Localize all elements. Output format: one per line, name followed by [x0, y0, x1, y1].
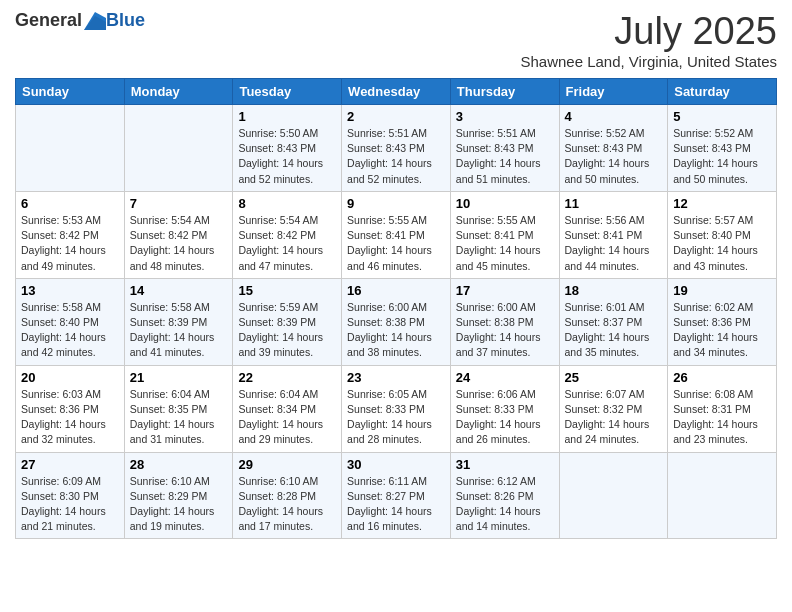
calendar-day-cell: 20Sunrise: 6:03 AMSunset: 8:36 PMDayligh… [16, 365, 125, 452]
day-number: 20 [21, 370, 119, 385]
day-number: 12 [673, 196, 771, 211]
calendar-day-cell: 10Sunrise: 5:55 AMSunset: 8:41 PMDayligh… [450, 191, 559, 278]
day-info: Sunrise: 6:06 AMSunset: 8:33 PMDaylight:… [456, 387, 554, 448]
calendar-day-cell: 19Sunrise: 6:02 AMSunset: 8:36 PMDayligh… [668, 278, 777, 365]
calendar-day-cell: 5Sunrise: 5:52 AMSunset: 8:43 PMDaylight… [668, 105, 777, 192]
day-info: Sunrise: 6:08 AMSunset: 8:31 PMDaylight:… [673, 387, 771, 448]
day-number: 21 [130, 370, 228, 385]
calendar-table: SundayMondayTuesdayWednesdayThursdayFrid… [15, 78, 777, 539]
calendar-week-row: 27Sunrise: 6:09 AMSunset: 8:30 PMDayligh… [16, 452, 777, 539]
day-of-week-header: Monday [124, 79, 233, 105]
calendar-header-row: SundayMondayTuesdayWednesdayThursdayFrid… [16, 79, 777, 105]
day-info: Sunrise: 5:55 AMSunset: 8:41 PMDaylight:… [456, 213, 554, 274]
calendar-day-cell: 23Sunrise: 6:05 AMSunset: 8:33 PMDayligh… [342, 365, 451, 452]
calendar-day-cell: 21Sunrise: 6:04 AMSunset: 8:35 PMDayligh… [124, 365, 233, 452]
day-info: Sunrise: 5:58 AMSunset: 8:40 PMDaylight:… [21, 300, 119, 361]
calendar-day-cell: 16Sunrise: 6:00 AMSunset: 8:38 PMDayligh… [342, 278, 451, 365]
day-number: 5 [673, 109, 771, 124]
day-info: Sunrise: 6:09 AMSunset: 8:30 PMDaylight:… [21, 474, 119, 535]
calendar-week-row: 6Sunrise: 5:53 AMSunset: 8:42 PMDaylight… [16, 191, 777, 278]
day-info: Sunrise: 6:10 AMSunset: 8:29 PMDaylight:… [130, 474, 228, 535]
calendar-day-cell: 29Sunrise: 6:10 AMSunset: 8:28 PMDayligh… [233, 452, 342, 539]
calendar-day-cell [668, 452, 777, 539]
day-number: 7 [130, 196, 228, 211]
day-number: 15 [238, 283, 336, 298]
calendar-day-cell: 13Sunrise: 5:58 AMSunset: 8:40 PMDayligh… [16, 278, 125, 365]
calendar-week-row: 1Sunrise: 5:50 AMSunset: 8:43 PMDaylight… [16, 105, 777, 192]
calendar-day-cell: 9Sunrise: 5:55 AMSunset: 8:41 PMDaylight… [342, 191, 451, 278]
day-info: Sunrise: 6:00 AMSunset: 8:38 PMDaylight:… [456, 300, 554, 361]
calendar-week-row: 20Sunrise: 6:03 AMSunset: 8:36 PMDayligh… [16, 365, 777, 452]
day-info: Sunrise: 6:07 AMSunset: 8:32 PMDaylight:… [565, 387, 663, 448]
calendar-day-cell: 4Sunrise: 5:52 AMSunset: 8:43 PMDaylight… [559, 105, 668, 192]
calendar-day-cell: 25Sunrise: 6:07 AMSunset: 8:32 PMDayligh… [559, 365, 668, 452]
day-number: 13 [21, 283, 119, 298]
day-number: 26 [673, 370, 771, 385]
day-info: Sunrise: 5:51 AMSunset: 8:43 PMDaylight:… [347, 126, 445, 187]
day-of-week-header: Tuesday [233, 79, 342, 105]
day-info: Sunrise: 6:11 AMSunset: 8:27 PMDaylight:… [347, 474, 445, 535]
calendar-day-cell: 8Sunrise: 5:54 AMSunset: 8:42 PMDaylight… [233, 191, 342, 278]
day-info: Sunrise: 5:52 AMSunset: 8:43 PMDaylight:… [565, 126, 663, 187]
day-info: Sunrise: 5:55 AMSunset: 8:41 PMDaylight:… [347, 213, 445, 274]
calendar-day-cell: 6Sunrise: 5:53 AMSunset: 8:42 PMDaylight… [16, 191, 125, 278]
calendar-day-cell: 22Sunrise: 6:04 AMSunset: 8:34 PMDayligh… [233, 365, 342, 452]
logo-icon [84, 12, 106, 30]
calendar-day-cell [16, 105, 125, 192]
day-of-week-header: Friday [559, 79, 668, 105]
day-info: Sunrise: 6:04 AMSunset: 8:35 PMDaylight:… [130, 387, 228, 448]
day-info: Sunrise: 6:12 AMSunset: 8:26 PMDaylight:… [456, 474, 554, 535]
day-info: Sunrise: 5:59 AMSunset: 8:39 PMDaylight:… [238, 300, 336, 361]
logo-general-text: General [15, 10, 82, 31]
day-info: Sunrise: 5:57 AMSunset: 8:40 PMDaylight:… [673, 213, 771, 274]
month-title: July 2025 [520, 10, 777, 53]
calendar-day-cell: 14Sunrise: 5:58 AMSunset: 8:39 PMDayligh… [124, 278, 233, 365]
day-of-week-header: Thursday [450, 79, 559, 105]
calendar-day-cell: 15Sunrise: 5:59 AMSunset: 8:39 PMDayligh… [233, 278, 342, 365]
day-of-week-header: Saturday [668, 79, 777, 105]
day-number: 25 [565, 370, 663, 385]
calendar-day-cell: 11Sunrise: 5:56 AMSunset: 8:41 PMDayligh… [559, 191, 668, 278]
location-subtitle: Shawnee Land, Virginia, United States [520, 53, 777, 70]
day-info: Sunrise: 5:51 AMSunset: 8:43 PMDaylight:… [456, 126, 554, 187]
day-info: Sunrise: 5:53 AMSunset: 8:42 PMDaylight:… [21, 213, 119, 274]
day-number: 14 [130, 283, 228, 298]
day-number: 28 [130, 457, 228, 472]
day-of-week-header: Wednesday [342, 79, 451, 105]
day-info: Sunrise: 5:54 AMSunset: 8:42 PMDaylight:… [238, 213, 336, 274]
day-number: 17 [456, 283, 554, 298]
day-number: 27 [21, 457, 119, 472]
day-number: 1 [238, 109, 336, 124]
calendar-day-cell: 30Sunrise: 6:11 AMSunset: 8:27 PMDayligh… [342, 452, 451, 539]
day-info: Sunrise: 6:05 AMSunset: 8:33 PMDaylight:… [347, 387, 445, 448]
day-info: Sunrise: 6:04 AMSunset: 8:34 PMDaylight:… [238, 387, 336, 448]
calendar-day-cell: 27Sunrise: 6:09 AMSunset: 8:30 PMDayligh… [16, 452, 125, 539]
page-header: General Blue July 2025 Shawnee Land, Vir… [15, 10, 777, 70]
day-number: 6 [21, 196, 119, 211]
day-number: 31 [456, 457, 554, 472]
day-number: 11 [565, 196, 663, 211]
calendar-day-cell: 28Sunrise: 6:10 AMSunset: 8:29 PMDayligh… [124, 452, 233, 539]
calendar-day-cell: 2Sunrise: 5:51 AMSunset: 8:43 PMDaylight… [342, 105, 451, 192]
day-number: 30 [347, 457, 445, 472]
calendar-day-cell [124, 105, 233, 192]
day-number: 24 [456, 370, 554, 385]
day-number: 23 [347, 370, 445, 385]
day-number: 18 [565, 283, 663, 298]
calendar-day-cell: 24Sunrise: 6:06 AMSunset: 8:33 PMDayligh… [450, 365, 559, 452]
calendar-day-cell: 17Sunrise: 6:00 AMSunset: 8:38 PMDayligh… [450, 278, 559, 365]
day-number: 29 [238, 457, 336, 472]
title-area: July 2025 Shawnee Land, Virginia, United… [520, 10, 777, 70]
calendar-day-cell: 26Sunrise: 6:08 AMSunset: 8:31 PMDayligh… [668, 365, 777, 452]
day-info: Sunrise: 5:56 AMSunset: 8:41 PMDaylight:… [565, 213, 663, 274]
calendar-day-cell: 31Sunrise: 6:12 AMSunset: 8:26 PMDayligh… [450, 452, 559, 539]
day-info: Sunrise: 6:02 AMSunset: 8:36 PMDaylight:… [673, 300, 771, 361]
calendar-day-cell: 3Sunrise: 5:51 AMSunset: 8:43 PMDaylight… [450, 105, 559, 192]
day-number: 9 [347, 196, 445, 211]
day-info: Sunrise: 5:52 AMSunset: 8:43 PMDaylight:… [673, 126, 771, 187]
day-of-week-header: Sunday [16, 79, 125, 105]
calendar-day-cell: 1Sunrise: 5:50 AMSunset: 8:43 PMDaylight… [233, 105, 342, 192]
day-number: 4 [565, 109, 663, 124]
day-info: Sunrise: 6:01 AMSunset: 8:37 PMDaylight:… [565, 300, 663, 361]
day-number: 8 [238, 196, 336, 211]
